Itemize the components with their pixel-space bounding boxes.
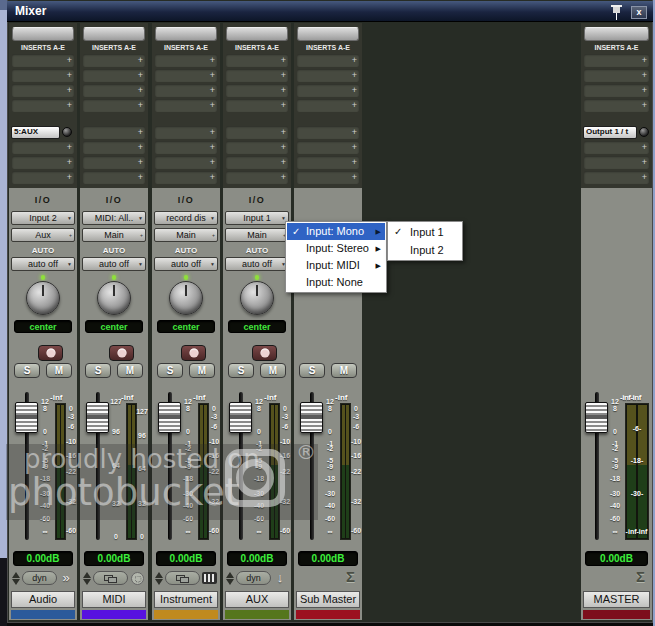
insert-slot[interactable]: + bbox=[584, 99, 649, 112]
strip-top-button[interactable] bbox=[226, 27, 288, 41]
insert-slot[interactable]: + bbox=[226, 84, 288, 97]
send-slot[interactable]: + bbox=[83, 156, 145, 169]
automation-mode-selector[interactable]: auto off▼ bbox=[225, 257, 289, 271]
send-slot[interactable]: + bbox=[226, 126, 288, 139]
insert-slot[interactable]: + bbox=[226, 99, 288, 112]
record-arm-button[interactable] bbox=[109, 345, 134, 361]
input-selector[interactable]: record dis▼ bbox=[154, 211, 218, 225]
insert-slot[interactable]: + bbox=[12, 69, 74, 82]
strip-top-button[interactable] bbox=[155, 27, 217, 41]
mute-button[interactable]: M bbox=[46, 363, 72, 378]
send-slot[interactable]: + bbox=[297, 141, 359, 154]
input-selector[interactable]: Input 1▼ bbox=[225, 211, 289, 225]
send-slot[interactable]: + bbox=[226, 156, 288, 169]
insert-slot[interactable]: + bbox=[297, 69, 359, 82]
insert-slot[interactable]: + bbox=[12, 54, 74, 67]
insert-slot[interactable]: + bbox=[297, 84, 359, 97]
send-slot[interactable]: + bbox=[297, 126, 359, 139]
send-slot[interactable]: + bbox=[226, 141, 288, 154]
record-arm-button[interactable] bbox=[181, 345, 206, 361]
solo-button[interactable]: S bbox=[299, 363, 325, 378]
pan-knob[interactable] bbox=[169, 281, 203, 315]
send-slot[interactable]: + bbox=[155, 141, 217, 154]
solo-button[interactable]: S bbox=[14, 363, 40, 378]
nudge-up-down-stepper[interactable] bbox=[154, 571, 164, 586]
output-selector[interactable]: Aux+ bbox=[11, 228, 75, 242]
send-slot[interactable]: + bbox=[584, 156, 649, 169]
send-slot[interactable]: + bbox=[83, 141, 145, 154]
track-name[interactable]: Instrument bbox=[154, 591, 218, 608]
pin-icon[interactable] bbox=[610, 4, 623, 20]
volume-fader-handle[interactable] bbox=[585, 402, 608, 433]
menu-item-input-stereo[interactable]: Input: Stereo▶ bbox=[287, 240, 385, 257]
output-selector[interactable]: Main+ bbox=[154, 228, 218, 242]
output-selector[interactable]: Main+ bbox=[82, 228, 146, 242]
insert-slot[interactable]: + bbox=[83, 99, 145, 112]
send-slot[interactable]: + bbox=[12, 156, 74, 169]
send-slot[interactable]: + bbox=[83, 171, 145, 184]
insert-slot[interactable]: + bbox=[12, 99, 74, 112]
insert-slot[interactable]: + bbox=[155, 99, 217, 112]
insert-slot[interactable]: + bbox=[83, 54, 145, 67]
strip-top-button[interactable] bbox=[83, 27, 145, 41]
volume-fader-handle[interactable] bbox=[229, 402, 252, 433]
send-slot[interactable]: + bbox=[155, 171, 217, 184]
send-assignment-button[interactable]: Output 1 / t bbox=[583, 126, 637, 139]
mute-button[interactable]: M bbox=[331, 363, 357, 378]
strip-top-button[interactable] bbox=[12, 27, 74, 41]
insert-slot[interactable]: + bbox=[83, 84, 145, 97]
down-arrow-icon[interactable]: ↓ bbox=[272, 570, 288, 586]
track-name[interactable]: MIDI bbox=[82, 591, 146, 608]
send-slot[interactable]: + bbox=[297, 156, 359, 169]
insert-slot[interactable]: + bbox=[155, 54, 217, 67]
solo-button[interactable]: S bbox=[157, 363, 183, 378]
send-slot[interactable]: + bbox=[297, 171, 359, 184]
volume-fader-handle[interactable] bbox=[158, 402, 181, 433]
menu-item-input-midi[interactable]: Input: MIDI▶ bbox=[287, 257, 385, 274]
send-assignment-button[interactable]: 5:AUX bbox=[11, 126, 60, 139]
send-slot[interactable]: + bbox=[155, 126, 217, 139]
insert-slot[interactable]: + bbox=[584, 54, 649, 67]
send-knob-icon[interactable] bbox=[639, 127, 649, 137]
pan-knob[interactable] bbox=[97, 281, 131, 315]
insert-slot[interactable]: + bbox=[584, 69, 649, 82]
mute-button[interactable]: M bbox=[189, 363, 215, 378]
send-slot[interactable]: + bbox=[226, 171, 288, 184]
automation-mode-selector[interactable]: auto off▼ bbox=[82, 257, 146, 271]
pan-knob[interactable] bbox=[26, 281, 60, 315]
volume-fader-handle[interactable] bbox=[86, 402, 109, 433]
track-name[interactable]: MASTER bbox=[583, 591, 650, 608]
target-icon[interactable] bbox=[131, 572, 144, 585]
playlist-cascade-button[interactable] bbox=[93, 571, 128, 585]
input-selector[interactable]: Input 2▼ bbox=[11, 211, 75, 225]
dynamics-button[interactable]: dyn bbox=[22, 571, 57, 585]
insert-slot[interactable]: + bbox=[297, 54, 359, 67]
insert-slot[interactable]: + bbox=[155, 69, 217, 82]
output-selector[interactable]: Main+ bbox=[225, 228, 289, 242]
mute-button[interactable]: M bbox=[117, 363, 143, 378]
solo-button[interactable]: S bbox=[85, 363, 111, 378]
nudge-up-down-stepper[interactable] bbox=[225, 571, 235, 586]
send-slot[interactable]: + bbox=[12, 141, 74, 154]
menu-item-input-none[interactable]: Input: None bbox=[287, 274, 385, 291]
volume-fader-handle[interactable] bbox=[15, 402, 38, 433]
send-knob-icon[interactable] bbox=[62, 127, 72, 137]
submenu-item-input-2[interactable]: Input 2 bbox=[389, 241, 461, 259]
dynamics-button[interactable]: dyn bbox=[236, 571, 271, 585]
volume-fader-handle[interactable] bbox=[300, 402, 323, 433]
playlist-cascade-button[interactable] bbox=[165, 571, 200, 585]
submenu-item-input-1[interactable]: ✓Input 1 bbox=[389, 223, 461, 241]
automation-mode-selector[interactable]: auto off▼ bbox=[154, 257, 218, 271]
keyboard-icon[interactable] bbox=[202, 572, 217, 584]
send-slot[interactable]: + bbox=[584, 171, 649, 184]
send-slot[interactable]: + bbox=[155, 156, 217, 169]
track-name[interactable]: Audio bbox=[11, 591, 75, 608]
insert-slot[interactable]: + bbox=[226, 54, 288, 67]
insert-slot[interactable]: + bbox=[584, 84, 649, 97]
strip-top-button[interactable] bbox=[297, 27, 359, 41]
mute-button[interactable]: M bbox=[260, 363, 286, 378]
record-arm-button[interactable] bbox=[38, 345, 63, 361]
pan-knob[interactable] bbox=[240, 281, 274, 315]
input-selector[interactable]: MIDI: All..▼ bbox=[82, 211, 146, 225]
close-icon[interactable]: x bbox=[631, 6, 647, 19]
